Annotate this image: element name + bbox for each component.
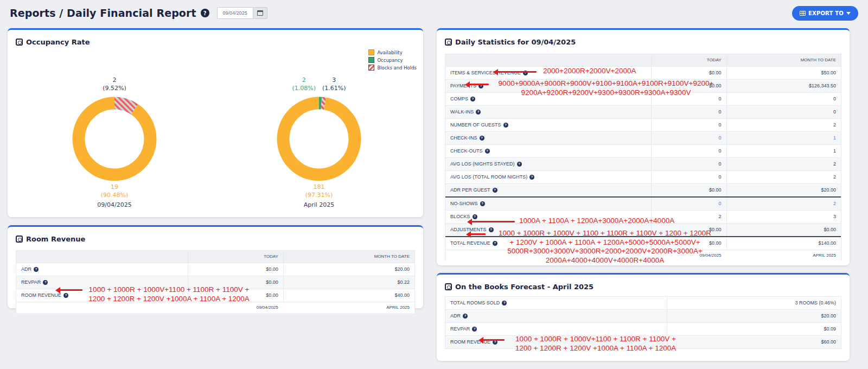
report-section-icon <box>16 39 23 46</box>
annotation-items-services-formula: 2000+2000R+2000V+2000A <box>543 67 636 76</box>
page-title: Reports / Daily Financial Report <box>10 7 196 19</box>
donut-date: April 2025 <box>273 201 365 208</box>
table-row: ITEMS & SERVICES REVENUE?$0.00$50.00 <box>445 67 841 80</box>
help-icon[interactable]: ? <box>480 136 484 141</box>
column-header-today: TODAY <box>188 251 283 263</box>
help-icon[interactable]: ? <box>463 314 468 319</box>
annotation-arrow <box>471 221 515 222</box>
row-value-cell: 0 <box>651 119 726 131</box>
donut-segment-label: 3 (1.61%) <box>322 76 346 92</box>
row-value-cell: $40.00 <box>283 289 414 302</box>
help-icon[interactable]: ? <box>517 162 522 167</box>
row-value-cell: $0.00 <box>651 67 726 79</box>
annotation-forecast-room-revenue-formula: 1000 + 1000R + 1000V+1100 + 1100R + 1100… <box>509 335 682 353</box>
report-date-picker <box>217 7 267 19</box>
row-label-cell: ADR PER GUEST? <box>445 184 651 196</box>
table-row: AVG LOS (NIGHTS STAYED)?02 <box>445 158 841 171</box>
legend-item-blocks[interactable]: Blocks and Holds <box>368 65 417 71</box>
row-label: AVG LOS (NIGHTS STAYED) <box>450 161 515 167</box>
row-label: NO-SHOWS <box>450 201 478 206</box>
help-icon[interactable]: ? <box>476 110 481 114</box>
help-icon[interactable]: ? <box>472 327 477 332</box>
footer-date-mtd: APRIL 2025 <box>283 302 414 313</box>
legend-item-occupancy[interactable]: Occupancy <box>368 57 417 63</box>
row-label: COMPS <box>450 96 468 101</box>
row-label-cell: ADR? <box>16 263 188 276</box>
daily-statistics-card: Daily Statistics for 09/04/2025 TODAY MO… <box>437 28 850 265</box>
donut-segment-label: 2 (1.08%) <box>292 76 316 92</box>
column-header-mtd: MONTH TO DATE <box>726 54 841 66</box>
calendar-button[interactable] <box>253 7 267 19</box>
column-header-today: TODAY <box>651 54 726 66</box>
blocks-holds-swatch <box>368 65 374 71</box>
card-title: On the Books Forecast - April 2025 <box>455 283 593 291</box>
card-title-row: On the Books Forecast - April 2025 <box>445 275 841 291</box>
calendar-icon <box>257 10 263 16</box>
help-icon[interactable]: ? <box>201 9 209 17</box>
help-icon[interactable]: ? <box>529 175 534 180</box>
row-value-cell[interactable]: 0 <box>651 132 726 144</box>
help-icon[interactable]: ? <box>485 149 490 154</box>
help-icon[interactable]: ? <box>493 188 497 193</box>
table-footer-row: 09/04/2025 APRIL 2025 <box>16 302 414 313</box>
donut-segment-label: 19 (90.48%) <box>68 183 161 199</box>
help-icon[interactable]: ? <box>43 280 48 285</box>
row-label: ADR <box>21 266 31 272</box>
table-grid-icon <box>800 11 806 16</box>
row-value-cell: $20.00 <box>726 184 841 196</box>
row-label: ROOM REVENUE <box>21 292 61 298</box>
annotation-adjustments-formula: 1000A + 1100A + 1200A+3000A+2000A+4000A <box>519 217 674 226</box>
annotation-total-revenue-formula: 1000 + 1000R + 1000V + 1100 + 1100R + 11… <box>483 229 727 265</box>
table-row: ADR?$0.00$20.00 <box>16 263 414 276</box>
row-label-cell: TOTAL ROOMS SOLD? <box>445 297 667 309</box>
row-label-cell: REVPAR? <box>445 323 667 335</box>
row-value-cell: $0.00 <box>188 263 283 276</box>
help-icon[interactable]: ? <box>502 301 507 306</box>
row-value-cell[interactable]: 0 <box>651 198 726 210</box>
annotation-payments-formula: 9000+9000A+9000R+9000V+9100+9100A+9100R+… <box>487 79 725 97</box>
report-section-icon <box>445 39 452 46</box>
occupancy-swatch <box>368 57 374 63</box>
row-value-cell: $0.00 <box>651 184 726 196</box>
row-value-cell: $0.09 <box>667 323 841 335</box>
row-label: ADR PER GUEST <box>450 187 490 193</box>
card-title-row: Occupancy Rate <box>16 30 415 47</box>
row-label-cell: CHECK-OUTS? <box>445 145 651 157</box>
help-icon[interactable]: ? <box>34 267 39 272</box>
date-input[interactable] <box>217 7 253 19</box>
top-bar: Reports / Daily Financial Report ? EXPOR… <box>0 0 868 26</box>
row-label-cell: AVG LOS (NIGHTS STAYED)? <box>445 158 651 170</box>
help-icon[interactable]: ? <box>63 293 68 298</box>
row-label-cell: NUMBER OF GUESTS? <box>445 119 651 131</box>
table-row: NO-SHOWS?02 <box>445 198 841 211</box>
legend-label: Blocks and Holds <box>377 65 417 71</box>
row-value-cell[interactable]: 2 <box>726 198 841 210</box>
card-title-row: Room Revenue <box>16 227 415 244</box>
row-label-cell: CHECK-INS? <box>445 132 651 144</box>
help-icon[interactable]: ? <box>470 97 475 101</box>
footer-date-today: 09/04/2025 <box>188 302 283 313</box>
row-value-cell: $50.00 <box>726 67 841 79</box>
row-value-cell: $60.00 <box>667 336 841 348</box>
row-value-cell: 3 ROOMS (0.46%) <box>667 297 841 309</box>
help-icon[interactable]: ? <box>503 123 508 128</box>
report-section-icon <box>445 283 452 290</box>
help-icon[interactable]: ? <box>473 214 477 219</box>
row-label: REVPAR <box>21 279 41 285</box>
legend-item-availability[interactable]: Availability <box>368 49 417 55</box>
chevron-down-icon <box>846 12 851 17</box>
row-label: CHECK-INS <box>450 135 477 141</box>
occupancy-donut-today: 2 (9.52%) 19 (90.48%) 09/04/2025 <box>68 76 161 208</box>
help-icon[interactable]: ? <box>480 201 485 206</box>
table-row: ADR?$20.00 <box>445 310 841 323</box>
row-label-cell: ADR? <box>445 310 667 322</box>
legend-label: Occupancy <box>377 58 403 63</box>
card-title: Daily Statistics for 09/04/2025 <box>455 38 576 46</box>
column-header-blank <box>445 54 651 66</box>
donut-chart-today <box>72 97 157 181</box>
export-to-button[interactable]: EXPORT TO <box>792 6 858 21</box>
row-value-cell: 3 <box>726 211 841 223</box>
row-value-cell[interactable]: 1 <box>726 132 841 144</box>
column-header-mtd: MONTH TO DATE <box>283 251 414 263</box>
row-value-cell: 1 <box>726 145 841 157</box>
